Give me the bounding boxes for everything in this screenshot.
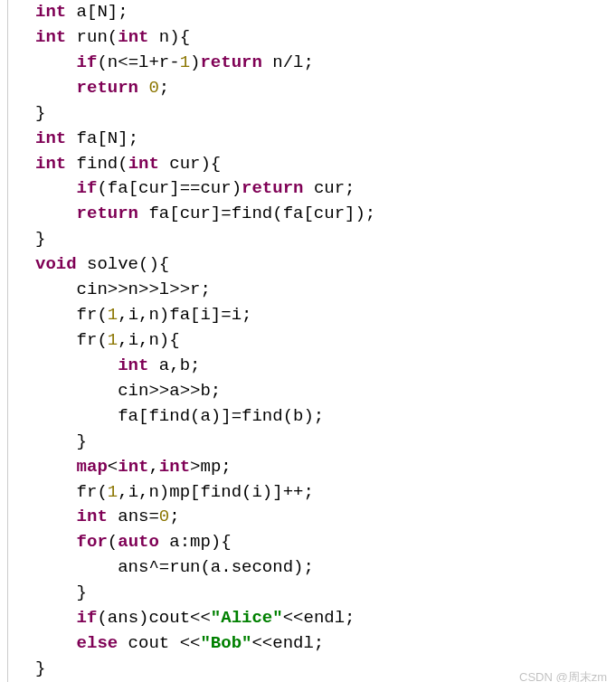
code-token: int [159,457,190,477]
code-token: solve(){ [77,254,170,274]
code-token: 0 [159,507,169,526]
code-token: n/l; [262,52,314,72]
code-line: } [35,581,607,606]
code-token: return [200,52,261,72]
code-token: fr( [35,482,108,502]
code-line: int a,b; [35,354,607,379]
code-token: <<endl; [283,608,355,628]
code-line: else cout <<"Bob"<<endl; [35,631,607,657]
code-line: } [35,101,607,127]
code-token [35,78,77,98]
code-token: 1 [108,330,118,350]
code-token: cur){ [159,154,221,174]
code-token: } [35,583,87,602]
code-token: (n<=l+r- [97,52,179,72]
code-token: cin>>n>>l>>r; [35,279,211,299]
code-token: 1 [180,52,190,72]
code-token: ,i,n){ [118,330,179,350]
code-line: } [35,227,607,252]
code-token: fr( [35,305,108,325]
code-token: } [35,229,45,249]
code-token [35,532,77,552]
code-token: } [35,658,45,678]
watermark-text: CSDN @周末zm [519,668,607,682]
code-token: ; [169,507,179,526]
code-token [35,355,118,375]
code-token: } [35,431,87,451]
code-token: if [77,608,98,628]
code-token: fa[N]; [66,128,138,148]
code-line: } [35,430,607,455]
code-token: if [77,178,98,198]
code-token: auto [118,532,159,552]
code-line: fa[find(a)]=find(b); [35,404,607,430]
code-token: ,i,n)mp[find(i)]++; [118,482,314,502]
code-token: find( [66,154,128,174]
code-token: fa[find(a)]=find(b); [35,406,324,426]
code-line: cin>>a>>b; [35,379,607,404]
code-block: int a[N];int run(int n){ if(n<=l+r-1)ret… [7,0,616,682]
code-line: int ans=0; [35,505,607,530]
code-token: "Alice" [211,608,283,628]
code-line: if(n<=l+r-1)return n/l; [35,51,607,76]
code-token [35,633,77,653]
code-token: "Bob" [200,633,251,653]
code-line: return fa[cur]=find(fa[cur]); [35,202,607,227]
code-token: fr( [35,330,108,350]
code-token: ( [108,532,118,552]
code-token: ; [159,78,169,98]
code-token [35,178,77,198]
code-token: else [77,633,118,653]
code-token: if [77,52,98,72]
code-line: void solve(){ [35,252,607,278]
code-token: return [77,78,138,98]
code-token: for [77,532,108,552]
code-token: (ans)cout<< [97,608,210,628]
code-token: < [108,457,118,477]
code-line: ans^=run(a.second); [35,555,607,581]
code-line: fr(1,i,n)fa[i]=i; [35,303,607,328]
code-token: } [35,103,45,123]
code-token: int [35,154,66,174]
code-token: >mp; [190,457,232,477]
code-line: cin>>n>>l>>r; [35,278,607,303]
code-token: 1 [108,305,118,325]
code-token [35,608,77,628]
code-line: int find(int cur){ [35,152,607,177]
code-token: , [148,457,158,477]
code-token: ,i,n)fa[i]=i; [118,305,251,325]
code-line: int a[N]; [35,0,607,25]
code-token: int [77,507,108,526]
code-token: int [128,154,159,174]
code-token: cur; [303,178,355,198]
code-token [35,457,77,477]
code-line: fr(1,i,n){ [35,328,607,354]
code-token: cout << [118,633,200,653]
code-token: fa[cur]=find(fa[cur]); [138,204,375,223]
code-line: fr(1,i,n)mp[find(i)]++; [35,480,607,506]
code-token: ) [190,52,200,72]
code-token: (fa[cur]==cur) [97,178,242,198]
code-token: cin>>a>>b; [35,381,221,401]
code-token: return [77,204,138,223]
code-token [138,78,148,98]
code-line: map<int,int>mp; [35,455,607,480]
code-token: 1 [108,482,118,502]
code-token: <<endl; [251,633,324,653]
code-token [35,507,77,526]
code-token: map [77,457,108,477]
code-token: int [35,128,66,148]
code-token: a:mp){ [159,532,232,552]
code-token [35,204,77,223]
code-line: if(fa[cur]==cur)return cur; [35,176,607,202]
code-token: a[N]; [66,2,128,22]
code-token: int [118,27,148,47]
code-line: int fa[N]; [35,127,607,152]
code-token: 0 [148,78,158,98]
code-token: return [242,178,303,198]
code-token: int [118,457,148,477]
code-line: if(ans)cout<<"Alice"<<endl; [35,606,607,631]
code-token: int [35,2,66,22]
code-line: return 0; [35,76,607,101]
code-token: int [118,355,148,375]
